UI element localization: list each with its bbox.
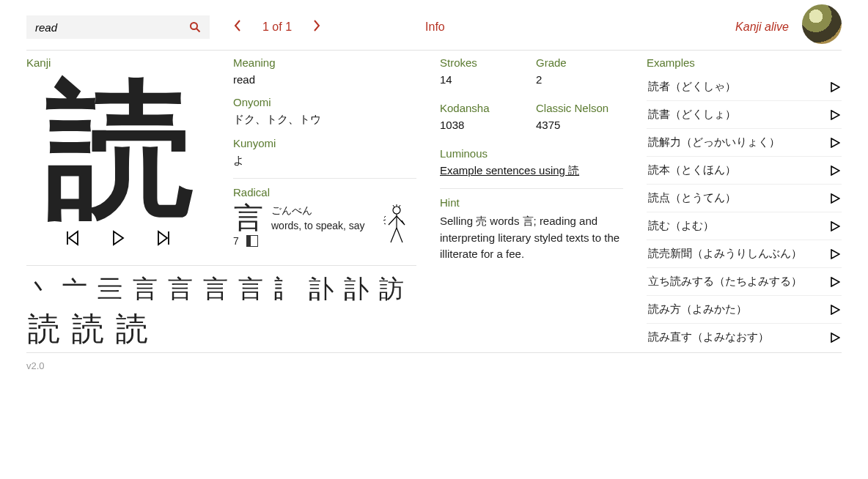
svg-marker-12 xyxy=(831,194,839,203)
stroke-step: 亠 xyxy=(62,276,88,305)
label-kunyomi: Kunyomi xyxy=(233,137,416,149)
stroke-step: 読 xyxy=(114,313,150,348)
radical-position-icon xyxy=(246,235,258,247)
radical-row: 言 7 ごんべん words, to speak, say xyxy=(233,203,416,247)
example-row: 読む（よむ） xyxy=(647,212,842,240)
radical-name-ja: ごんべん xyxy=(271,203,365,218)
svg-marker-16 xyxy=(831,305,839,314)
example-play-button[interactable] xyxy=(830,305,840,315)
example-row: 読み方（よみかた） xyxy=(647,296,842,324)
example-play-button[interactable] xyxy=(830,110,840,120)
example-text: 立ち読みする（たちよみする） xyxy=(648,275,802,289)
svg-marker-11 xyxy=(831,166,839,175)
example-row: 読点（とうてん） xyxy=(647,185,842,212)
search-icon[interactable] xyxy=(189,21,201,33)
example-text: 読点（とうてん） xyxy=(648,191,736,205)
stroke-step: 訪 xyxy=(378,276,405,305)
svg-marker-3 xyxy=(69,231,78,245)
svg-line-1 xyxy=(196,29,200,32)
label-kodansha: Kodansha xyxy=(440,102,527,114)
examples-list: 読者（どくしゃ）読書（どくしょ）読解力（どっかいりょく）読本（とくほん）読点（と… xyxy=(647,73,842,351)
stroke-step: 訁 xyxy=(273,276,299,305)
example-row: 読解力（どっかいりょく） xyxy=(647,129,842,157)
svg-marker-9 xyxy=(831,111,839,119)
value-meaning: read xyxy=(233,73,416,86)
example-text: 読解力（どっかいりょく） xyxy=(648,135,780,149)
stroke-step: 言 xyxy=(238,276,264,305)
avatar[interactable] xyxy=(802,4,842,44)
example-row: 読本（とくほん） xyxy=(647,157,842,185)
player-prev-button[interactable] xyxy=(65,230,80,246)
pager: 1 of 1 xyxy=(233,19,321,36)
pager-count: 1 of 1 xyxy=(262,21,292,34)
svg-marker-14 xyxy=(831,250,839,259)
example-text: 読み直す（よみなおす） xyxy=(648,330,769,344)
brand-title: Kanji alive xyxy=(735,21,789,34)
svg-marker-13 xyxy=(831,222,839,231)
example-text: 読書（どくしょ） xyxy=(648,108,736,122)
info-heading: Info xyxy=(425,21,445,34)
stroke-step: 言 xyxy=(167,276,194,305)
example-play-button[interactable] xyxy=(830,333,840,343)
svg-marker-8 xyxy=(831,83,839,92)
stroke-step: 読 xyxy=(70,313,106,348)
example-play-button[interactable] xyxy=(830,82,840,92)
label-nelson: Classic Nelson xyxy=(536,102,623,114)
example-row: 読書（どくしょ） xyxy=(647,101,842,129)
value-grade: 2 xyxy=(536,73,623,86)
example-play-button[interactable] xyxy=(830,221,840,231)
example-row: 読者（どくしゃ） xyxy=(647,73,842,101)
stroke-step: 言 xyxy=(202,276,229,305)
value-kodansha: 1038 xyxy=(440,119,527,131)
example-play-button[interactable] xyxy=(830,277,840,287)
topbar: 1 of 1 Info Kanji alive xyxy=(26,15,842,40)
example-text: 読者（どくしゃ） xyxy=(648,80,736,94)
examples-column: Examples 読者（どくしゃ）読書（どくしょ）読解力（どっかいりょく）読本（… xyxy=(647,56,842,352)
value-kunyomi: よ xyxy=(233,154,416,168)
value-onyomi: ドク、トク、トウ xyxy=(233,113,416,127)
example-row: 立ち読みする（たちよみする） xyxy=(647,268,842,296)
example-play-button[interactable] xyxy=(830,138,840,148)
mnemonic-image xyxy=(380,203,413,245)
stroke-step: 亖 xyxy=(97,276,123,305)
footer-version: v2.0 xyxy=(26,353,842,371)
label-luminous: Luminous xyxy=(440,147,623,160)
svg-marker-17 xyxy=(831,333,839,342)
example-row: 読み直す（よみなおす） xyxy=(647,324,842,351)
stroke-step: 丶 xyxy=(26,276,53,305)
pager-next[interactable] xyxy=(312,19,321,36)
value-hint: Selling 売 words 言; reading and interpret… xyxy=(440,213,623,263)
svg-marker-10 xyxy=(831,138,839,147)
pager-prev[interactable] xyxy=(233,19,242,36)
stroke-player xyxy=(26,230,210,246)
radical-glyph: 言 xyxy=(233,203,264,232)
label-examples: Examples xyxy=(647,56,842,69)
search-input[interactable] xyxy=(35,21,183,34)
svg-marker-5 xyxy=(158,231,167,245)
example-row: 読売新聞（よみうりしんぶん） xyxy=(647,240,842,268)
svg-marker-15 xyxy=(831,278,839,286)
example-play-button[interactable] xyxy=(830,249,840,259)
stroke-row-1: 丶亠亖言言言言訁訃訃訪 xyxy=(26,276,416,305)
example-play-button[interactable] xyxy=(830,193,840,204)
player-play-button[interactable] xyxy=(111,230,125,246)
stroke-step: 訃 xyxy=(343,276,369,305)
kanji-column: Kanji 読 xyxy=(26,56,210,259)
stroke-step: 訃 xyxy=(308,276,334,305)
example-play-button[interactable] xyxy=(830,166,840,176)
label-hint: Hint xyxy=(440,196,623,209)
svg-marker-4 xyxy=(114,231,123,245)
example-text: 読本（とくほん） xyxy=(648,163,736,177)
example-text: 読む（よむ） xyxy=(648,219,714,233)
readings-column: Meaning read Onyomi ドク、トク、トウ Kunyomi よ R… xyxy=(233,56,416,259)
example-text: 読売新聞（よみうりしんぶん） xyxy=(648,247,802,261)
player-next-button[interactable] xyxy=(156,230,171,246)
label-strokes: Strokes xyxy=(440,56,527,69)
search-box[interactable] xyxy=(26,15,210,39)
stroke-row-2: 読読読 xyxy=(26,313,416,348)
label-grade: Grade xyxy=(536,56,623,69)
luminous-link[interactable]: Example sentences using 読 xyxy=(440,164,579,177)
value-nelson: 4375 xyxy=(536,119,623,131)
svg-point-7 xyxy=(393,207,400,214)
info-column: Strokes 14 Grade 2 Kodansha 1038 Classic… xyxy=(440,56,623,352)
